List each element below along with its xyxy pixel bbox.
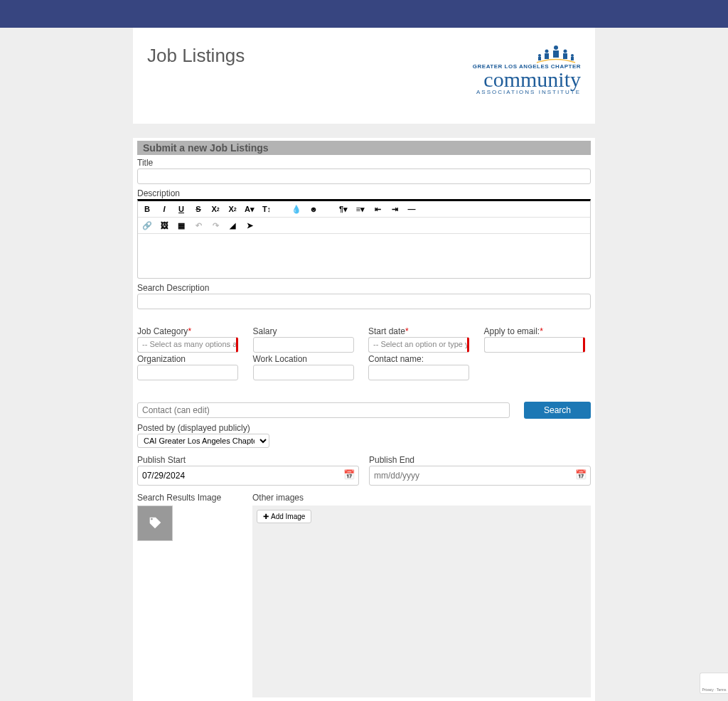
title-input[interactable] — [137, 168, 591, 184]
form-container: Submit a new Job Listings Title Descript… — [133, 138, 595, 701]
text-height-icon[interactable]: T↕ — [262, 204, 272, 214]
emoji-icon[interactable]: ☻ — [309, 204, 318, 214]
tag-icon — [147, 515, 163, 531]
work-location-label: Work Location — [253, 354, 360, 364]
hr-icon[interactable]: — — [407, 204, 417, 214]
salary-label: Salary — [253, 326, 360, 336]
align-icon[interactable]: ≡▾ — [355, 204, 365, 214]
main-container: Job Listings GREATER LOS ANGELES CHAPTER… — [133, 28, 595, 124]
svg-point-0 — [554, 46, 558, 50]
publish-start-input[interactable] — [137, 466, 359, 486]
svg-point-2 — [564, 50, 567, 53]
posted-by-label: Posted by (displayed publicly) — [137, 423, 591, 433]
title-label: Title — [137, 158, 591, 168]
top-nav-bar — [0, 0, 728, 28]
description-textarea[interactable] — [138, 234, 590, 278]
plus-icon: ✚ — [263, 513, 269, 520]
search-results-image-placeholder[interactable] — [137, 505, 173, 541]
other-images-dropzone[interactable]: ✚ Add Image — [252, 505, 591, 697]
salary-input[interactable] — [253, 337, 354, 353]
contact-search-input[interactable] — [137, 402, 510, 418]
paragraph-icon[interactable]: ¶▾ — [338, 204, 348, 214]
header: Job Listings GREATER LOS ANGELES CHAPTER… — [133, 28, 595, 124]
search-description-input[interactable] — [137, 294, 591, 309]
logo-sub: ASSOCIATIONS INSTITUTE — [473, 89, 581, 95]
svg-point-4 — [571, 54, 574, 57]
logo: GREATER LOS ANGELES CHAPTER community AS… — [473, 45, 581, 95]
community-people-icon — [531, 45, 581, 63]
logo-main: community — [473, 70, 581, 89]
calendar-icon[interactable]: 📅 — [343, 469, 355, 480]
work-location-input[interactable] — [253, 365, 354, 380]
job-category-select[interactable]: -- Select as many options as apply — [137, 337, 238, 353]
apply-email-input[interactable] — [484, 337, 585, 353]
editor-toolbar-1: B I U S X2 X2 A▾ T↕ 💧 ☻ ¶▾ ≡▾ ⇤ ⇥ — — [138, 201, 590, 218]
contact-name-label: Contact name: — [368, 354, 476, 364]
strike-icon[interactable]: S — [193, 204, 203, 214]
organization-input[interactable] — [137, 365, 238, 380]
italic-icon[interactable]: I — [159, 204, 169, 214]
bold-icon[interactable]: B — [142, 204, 152, 214]
svg-point-1 — [545, 50, 549, 53]
redo-icon[interactable]: ↷ — [210, 220, 220, 230]
eraser-icon[interactable]: ◢ — [228, 220, 237, 230]
editor-toolbar-2: 🔗 🖼 ▦ ↶ ↷ ◢ ➤ — [138, 218, 590, 234]
outdent-icon[interactable]: ⇤ — [373, 204, 382, 214]
image-icon[interactable]: 🖼 — [159, 220, 169, 230]
apply-email-label: Apply to email:* — [484, 326, 592, 336]
calendar-icon[interactable]: 📅 — [575, 469, 587, 480]
svg-point-3 — [538, 54, 541, 57]
publish-end-label: Publish End — [369, 455, 591, 465]
paint-icon[interactable]: 💧 — [291, 204, 301, 214]
contact-name-input[interactable] — [368, 365, 469, 380]
start-date-label: Start date* — [368, 326, 476, 336]
add-image-label: Add Image — [271, 513, 305, 520]
underline-icon[interactable]: U — [176, 204, 186, 214]
link-icon[interactable]: 🔗 — [142, 220, 152, 230]
search-results-image-label: Search Results Image — [137, 493, 244, 503]
table-icon[interactable]: ▦ — [176, 220, 186, 230]
add-image-button[interactable]: ✚ Add Image — [257, 510, 311, 523]
cursor-icon[interactable]: ➤ — [245, 220, 255, 230]
subscript-icon[interactable]: X2 — [210, 204, 220, 214]
publish-end-input[interactable] — [369, 466, 591, 486]
recaptcha-badge: Privacy · Terms — [700, 673, 728, 694]
job-category-label: Job Category* — [137, 326, 245, 336]
organization-label: Organization — [137, 354, 245, 364]
indent-icon[interactable]: ⇥ — [390, 204, 400, 214]
font-size-icon[interactable]: A▾ — [245, 204, 255, 214]
superscript-icon[interactable]: X2 — [228, 204, 237, 214]
other-images-label: Other images — [252, 493, 591, 503]
start-date-select[interactable]: -- Select an option or type your — [368, 337, 469, 353]
undo-icon[interactable]: ↶ — [193, 220, 203, 230]
search-description-label: Search Description — [137, 283, 591, 293]
rich-text-editor: B I U S X2 X2 A▾ T↕ 💧 ☻ ¶▾ ≡▾ ⇤ ⇥ — 🔗 — [137, 199, 591, 279]
publish-start-label: Publish Start — [137, 455, 359, 465]
posted-by-select[interactable]: CAI Greater Los Angeles Chapter — [137, 434, 269, 448]
page-title: Job Listings — [147, 45, 245, 67]
section-title: Submit a new Job Listings — [137, 141, 591, 155]
search-button[interactable]: Search — [524, 402, 591, 419]
description-label: Description — [137, 188, 591, 198]
